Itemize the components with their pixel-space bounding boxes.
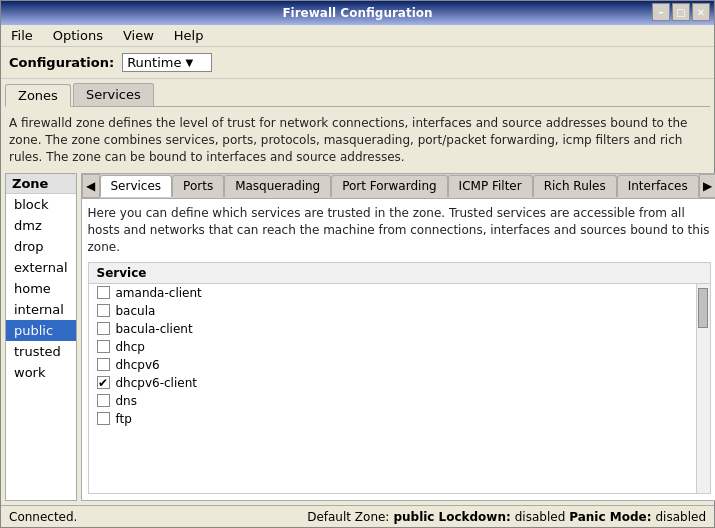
service-cb-dhcp[interactable] <box>97 340 110 353</box>
menu-file[interactable]: File <box>5 27 39 44</box>
tab-interfaces[interactable]: Interfaces <box>617 175 699 197</box>
title-bar-controls: – □ ✕ <box>652 3 710 21</box>
service-name-dhcpv6-client: dhcpv6-client <box>116 376 197 390</box>
default-zone-label: Default Zone: <box>307 510 389 524</box>
zone-header: Zone <box>6 174 76 194</box>
panic-value: disabled <box>655 510 706 524</box>
tab-services-top[interactable]: Services <box>73 83 154 106</box>
service-cb-ftp[interactable] <box>97 412 110 425</box>
services-tab-content: Here you can define which services are t… <box>81 198 716 501</box>
menu-bar: File Options View Help <box>1 25 714 47</box>
minimize-button[interactable]: – <box>652 3 670 21</box>
tab-rich-rules[interactable]: Rich Rules <box>533 175 617 197</box>
zone-item-block[interactable]: block <box>6 194 76 215</box>
zone-item-dmz[interactable]: dmz <box>6 215 76 236</box>
top-tabs: Zones Services <box>5 83 710 107</box>
service-cb-dhcpv6-client[interactable]: ✔ <box>97 376 110 389</box>
tab-ports[interactable]: Ports <box>172 175 224 197</box>
zone-item-external[interactable]: external <box>6 257 76 278</box>
scroll-thumb[interactable] <box>698 288 708 328</box>
main-content: Zones Services A firewalld zone defines … <box>1 79 714 505</box>
split-layout: Zone block dmz drop external home intern… <box>5 173 710 501</box>
service-row-bacula: bacula <box>89 302 696 320</box>
service-cb-dns[interactable] <box>97 394 110 407</box>
scrollbar[interactable] <box>696 284 710 493</box>
service-cb-amanda[interactable] <box>97 286 110 299</box>
right-panel: ◀ Services Ports Masquerading Port Forwa… <box>81 173 716 501</box>
right-tabs-container: Services Ports Masquerading Port Forward… <box>100 175 699 197</box>
zone-item-internal[interactable]: internal <box>6 299 76 320</box>
service-cb-bacula[interactable] <box>97 304 110 317</box>
window-title: Firewall Configuration <box>282 6 432 20</box>
maximize-button[interactable]: □ <box>672 3 690 21</box>
default-zone-value: public <box>393 510 434 524</box>
services-table-header: Service <box>89 263 710 284</box>
service-name-bacula: bacula <box>116 304 156 318</box>
lockdown-value: disabled <box>515 510 566 524</box>
service-name-dhcpv6: dhcpv6 <box>116 358 160 372</box>
services-table: Service amanda-client bacula <box>88 262 711 494</box>
services-list: amanda-client bacula bacula-client <box>89 284 696 493</box>
service-name-dns: dns <box>116 394 137 408</box>
config-value: Runtime <box>127 55 181 70</box>
main-window: Firewall Configuration – □ ✕ File Option… <box>0 0 715 528</box>
status-right: Default Zone: public Lockdown: disabled … <box>307 510 706 524</box>
menu-view[interactable]: View <box>117 27 160 44</box>
service-row-dns: dns <box>89 392 696 410</box>
service-cb-dhcpv6[interactable] <box>97 358 110 371</box>
services-body: amanda-client bacula bacula-client <box>89 284 710 493</box>
zone-description: A firewalld zone defines the level of tr… <box>5 111 710 169</box>
service-row-ftp: ftp <box>89 410 696 428</box>
service-column-header: Service <box>97 266 147 280</box>
lockdown-label: Lockdown: <box>438 510 510 524</box>
service-name-ftp: ftp <box>116 412 132 426</box>
service-name-amanda: amanda-client <box>116 286 202 300</box>
zone-item-home[interactable]: home <box>6 278 76 299</box>
tab-services[interactable]: Services <box>100 175 173 197</box>
zone-item-trusted[interactable]: trusted <box>6 341 76 362</box>
status-bar: Connected. Default Zone: public Lockdown… <box>1 505 714 527</box>
toolbar: Configuration: Runtime ▼ <box>1 47 714 79</box>
service-cb-bacula-client[interactable] <box>97 322 110 335</box>
zone-panel: Zone block dmz drop external home intern… <box>5 173 77 501</box>
service-name-bacula-client: bacula-client <box>116 322 193 336</box>
tab-zones[interactable]: Zones <box>5 84 71 107</box>
tab-masquerading[interactable]: Masquerading <box>224 175 331 197</box>
service-row-bacula-client: bacula-client <box>89 320 696 338</box>
tab-icmp-filter[interactable]: ICMP Filter <box>448 175 533 197</box>
close-button[interactable]: ✕ <box>692 3 710 21</box>
config-dropdown-arrow: ▼ <box>185 57 193 68</box>
tabs-scroll-right[interactable]: ▶ <box>699 174 715 198</box>
scroll-track <box>697 284 709 493</box>
service-row-dhcp: dhcp <box>89 338 696 356</box>
zone-item-drop[interactable]: drop <box>6 236 76 257</box>
menu-options[interactable]: Options <box>47 27 109 44</box>
tab-port-forwarding[interactable]: Port Forwarding <box>331 175 447 197</box>
right-tabs-nav: ◀ Services Ports Masquerading Port Forwa… <box>81 173 716 198</box>
service-name-dhcp: dhcp <box>116 340 145 354</box>
title-bar: Firewall Configuration – □ ✕ <box>1 1 714 25</box>
tabs-scroll-left[interactable]: ◀ <box>82 174 100 198</box>
services-description: Here you can define which services are t… <box>88 205 711 255</box>
zone-list: block dmz drop external home internal pu… <box>6 194 76 500</box>
config-select[interactable]: Runtime ▼ <box>122 53 212 72</box>
service-row-amanda: amanda-client <box>89 284 696 302</box>
panic-label: Panic Mode: <box>569 510 651 524</box>
menu-help[interactable]: Help <box>168 27 210 44</box>
status-connected: Connected. <box>9 510 77 524</box>
zone-item-public[interactable]: public <box>6 320 76 341</box>
zone-item-work[interactable]: work <box>6 362 76 383</box>
service-row-dhcpv6: dhcpv6 <box>89 356 696 374</box>
service-row-dhcpv6-client: ✔ dhcpv6-client <box>89 374 696 392</box>
config-label: Configuration: <box>9 55 114 70</box>
